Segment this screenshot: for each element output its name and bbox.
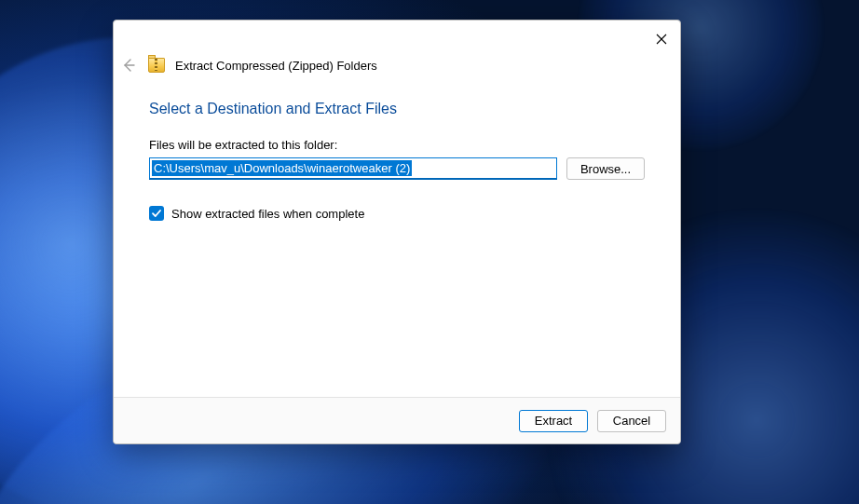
path-label: Files will be extracted to this folder: bbox=[149, 138, 645, 152]
instruction-heading: Select a Destination and Extract Files bbox=[149, 101, 645, 117]
show-extracted-checkbox[interactable] bbox=[149, 206, 164, 221]
dialog-footer: Extract Cancel bbox=[114, 397, 680, 443]
dialog-content: Select a Destination and Extract Files F… bbox=[114, 84, 680, 397]
extract-dialog: Extract Compressed (Zipped) Folders Sele… bbox=[113, 20, 681, 444]
destination-path-input[interactable] bbox=[149, 157, 557, 180]
back-button[interactable] bbox=[119, 56, 138, 75]
zip-folder-icon bbox=[148, 58, 165, 73]
close-icon bbox=[656, 34, 667, 45]
back-arrow-icon bbox=[121, 58, 136, 73]
checkmark-icon bbox=[151, 208, 162, 219]
titlebar bbox=[114, 20, 680, 54]
dialog-header: Extract Compressed (Zipped) Folders bbox=[114, 54, 680, 84]
cancel-button[interactable]: Cancel bbox=[597, 410, 666, 432]
close-button[interactable] bbox=[648, 28, 675, 50]
browse-button[interactable]: Browse... bbox=[566, 157, 645, 180]
dialog-title: Extract Compressed (Zipped) Folders bbox=[175, 59, 377, 73]
extract-button[interactable]: Extract bbox=[519, 410, 588, 432]
destination-path-field: C:\Users\mav_u\Downloads\winaerotweaker … bbox=[149, 157, 557, 180]
show-extracted-label: Show extracted files when complete bbox=[171, 207, 364, 221]
